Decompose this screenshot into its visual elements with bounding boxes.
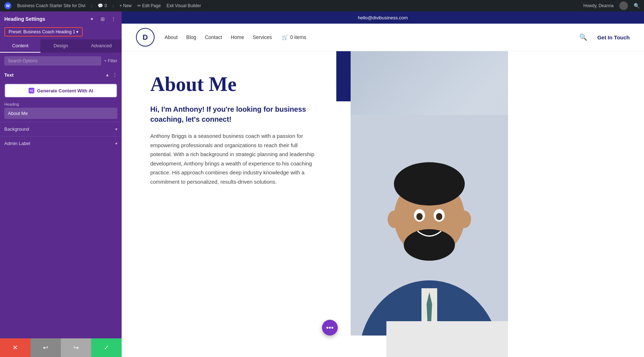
nav-cart[interactable]: 🛒 0 items (282, 34, 306, 40)
tab-content[interactable]: Content (0, 39, 40, 53)
panel-header: Heading Settings ✦ ⊞ ⋮ (0, 11, 122, 26)
about-text-area: About Me Hi, I'm Anthony! If you're look… (122, 51, 336, 357)
fab-button[interactable]: ••• (322, 320, 338, 336)
email-link[interactable]: hello@divibusiness.com (358, 15, 408, 20)
svg-point-9 (416, 213, 423, 220)
person-image (351, 51, 508, 336)
text-section-more-icon[interactable]: ⋮ (112, 72, 117, 78)
text-section-header[interactable]: Text ▲ ⋮ (0, 69, 122, 81)
tab-design[interactable]: Design (40, 39, 81, 53)
search-input[interactable] (4, 56, 101, 66)
admin-label-section-title: Admin Label (4, 141, 30, 146)
bottom-bar: ✕ ↩ ↪ ✓ (0, 338, 122, 357)
site-nav: D About Blog Contact Home Services 🛒 0 i… (122, 24, 644, 51)
redo-button[interactable]: ↪ (61, 338, 91, 357)
ai-btn-label: Generate Content With AI (37, 88, 93, 93)
background-section: Background ▾ (0, 122, 122, 136)
about-content: About Me Hi, I'm Anthony! If you're look… (122, 51, 644, 357)
about-subheading: Hi, I'm Anthony! If you're looking for b… (150, 104, 315, 124)
text-section-icons: ▲ ⋮ (105, 72, 117, 78)
heading-input[interactable] (4, 108, 117, 119)
nav-links: About Blog Contact Home Services (165, 34, 272, 40)
user-avatar (619, 1, 628, 10)
admin-label-section: Admin Label ▾ (0, 136, 122, 150)
svg-point-10 (436, 213, 443, 220)
nav-home[interactable]: Home (231, 34, 244, 40)
tab-advanced[interactable]: Advanced (81, 39, 122, 53)
admin-label-section-header[interactable]: Admin Label ▾ (0, 136, 122, 150)
save-button[interactable]: ✓ (91, 338, 122, 357)
panel-tabs: Content Design Advanced (0, 39, 122, 53)
comment-icon[interactable]: 💬 0 (98, 3, 107, 8)
nav-search-icon[interactable]: 🔍 (579, 33, 587, 41)
nav-contact[interactable]: Contact (205, 34, 222, 40)
text-section-chevron-icon: ▲ (105, 72, 109, 77)
preset-bar: Preset: Business Coach Heading 1 ▾ (0, 26, 122, 39)
site-name: Business Coach Starter Site for Divi (17, 3, 86, 8)
text-section-title: Text (4, 72, 14, 78)
site-logo: D (136, 28, 155, 47)
columns-icon[interactable]: ⊞ (99, 15, 107, 23)
new-button[interactable]: + New (119, 3, 132, 8)
edit-page-button[interactable]: ✏ Edit Page (137, 3, 161, 8)
gray-decorative-block (386, 321, 508, 357)
cancel-button[interactable]: ✕ (0, 338, 30, 357)
background-section-header[interactable]: Background ▾ (0, 122, 122, 136)
search-row: + Filter (0, 53, 122, 69)
svg-point-11 (387, 211, 400, 228)
panel-header-icons: ✦ ⊞ ⋮ (88, 15, 117, 23)
magic-wand-icon[interactable]: ✦ (88, 15, 96, 23)
filter-button[interactable]: + Filter (104, 58, 117, 63)
about-image-area (336, 51, 508, 357)
about-body: Anthony Briggs is a seasoned business co… (150, 131, 315, 186)
heading-field-label: Heading (4, 102, 117, 106)
nav-about[interactable]: About (165, 34, 178, 40)
about-heading: About Me (150, 73, 315, 96)
preset-button[interactable]: Preset: Business Coach Heading 1 ▾ (4, 27, 83, 37)
undo-button[interactable]: ↩ (30, 338, 61, 357)
nav-services[interactable]: Services (253, 34, 272, 40)
wp-admin-bar: W Business Coach Starter Site for Divi |… (0, 0, 644, 11)
site-email-bar: hello@divibusiness.com (122, 11, 644, 24)
fab-dots-icon: ••• (326, 324, 333, 332)
website-preview: hello@divibusiness.com D About Blog Cont… (122, 11, 644, 357)
svg-point-12 (458, 211, 471, 228)
background-chevron-icon: ▾ (115, 127, 117, 132)
background-section-title: Background (4, 126, 29, 132)
search-icon[interactable]: 🔍 (634, 3, 640, 9)
get-in-touch-link[interactable]: Get In Touch (597, 34, 630, 40)
wp-logo-icon: W (4, 2, 11, 9)
more-options-icon[interactable]: ⋮ (109, 15, 117, 23)
cart-icon: 🛒 (282, 34, 288, 40)
generate-ai-button[interactable]: AI Generate Content With AI (4, 83, 117, 98)
nav-blog[interactable]: Blog (186, 34, 196, 40)
cart-count: 0 items (290, 34, 306, 40)
ai-icon: AI (29, 88, 34, 93)
admin-label-chevron-icon: ▾ (115, 141, 117, 146)
panel-title: Heading Settings (4, 16, 45, 22)
exit-builder-button[interactable]: Exit Visual Builder (166, 3, 201, 8)
heading-field-group: Heading (0, 101, 122, 122)
svg-point-5 (394, 162, 465, 206)
howdy-label: Howdy, Deanna (584, 3, 614, 8)
svg-point-6 (404, 229, 455, 261)
heading-settings-panel: Heading Settings ✦ ⊞ ⋮ Preset: Business … (0, 11, 122, 357)
